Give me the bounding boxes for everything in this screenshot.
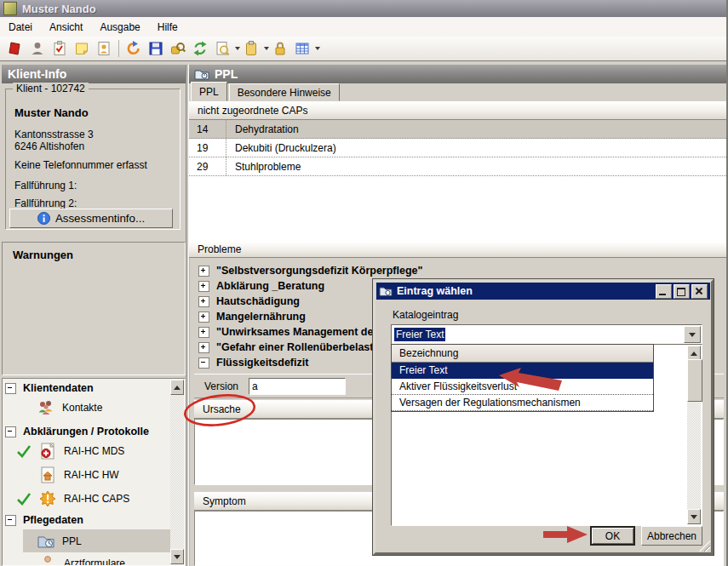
expand-icon[interactable] — [198, 281, 209, 292]
window-title: Muster Nando — [22, 3, 96, 15]
caps-row[interactable]: 29 Stuhlprobleme — [189, 157, 728, 176]
dropdown-item-aktiver-fluessigkeitsverlust[interactable]: Aktiver Flüssigkeitsverlust — [392, 379, 653, 395]
collapse-icon[interactable] — [198, 357, 209, 369]
katalogeintrag-label: Katalogeintrag — [393, 309, 458, 321]
version-input[interactable] — [249, 378, 346, 395]
expand-icon[interactable] — [198, 342, 209, 353]
caps-row[interactable]: 14 Dehydratation — [189, 120, 728, 139]
tab-strip: PPL Besondere Hinweise — [189, 83, 728, 101]
menu-datei[interactable]: Datei — [0, 18, 41, 37]
person-icon[interactable] — [26, 38, 49, 59]
ppl-pane-header: PPL — [189, 65, 728, 83]
problem-item[interactable]: "Gefahr einer Rollenüberbelastung — [198, 340, 393, 355]
dialog-title: Eintrag wählen — [397, 285, 473, 297]
scroll-up-icon[interactable] — [170, 380, 184, 395]
tree-item-rai-hc-caps[interactable]: RAI-HC CAPS — [16, 489, 129, 508]
version-label: Version — [204, 380, 249, 392]
contacts-icon — [37, 398, 55, 417]
problem-item[interactable]: "Unwirksames Management der eig — [198, 324, 396, 340]
problem-item[interactable]: Flüssigkeitsdefizit — [198, 355, 308, 370]
dialog-folder-icon — [379, 285, 393, 297]
minimize-icon[interactable] — [656, 284, 672, 299]
tree-section-abklaerungen[interactable]: Abklärungen / Protokolle — [5, 426, 149, 437]
klient-info-header: Klient-Info — [2, 65, 186, 83]
scroll-down-icon[interactable] — [687, 509, 701, 524]
problem-item[interactable]: Mangelernährung — [198, 309, 306, 324]
klient-group-title: Klient - 102742 — [13, 83, 89, 94]
expand-icon[interactable] — [198, 266, 209, 277]
toolbar-separator — [118, 40, 119, 57]
clipboard-icon[interactable] — [240, 38, 262, 59]
fallfuehrung-1-label: Fallführung 1: — [14, 180, 77, 192]
expand-icon[interactable] — [198, 296, 209, 307]
tree-item-rai-hc-mds[interactable]: RAI-HC MDS — [16, 442, 124, 460]
menu-ansicht[interactable]: Ansicht — [41, 18, 91, 37]
assessmentinfo-button[interactable]: Assessmentinfo... — [9, 209, 173, 228]
katalogeintrag-combobox[interactable]: Freier Text — [391, 324, 702, 345]
scrollbar-thumb[interactable] — [687, 359, 702, 402]
caps-list: 14 Dehydratation 19 Dekubiti (Druckulzer… — [189, 120, 728, 241]
problem-item[interactable]: Abklärung _Beratung — [198, 278, 324, 294]
collapse-icon[interactable] — [5, 515, 16, 526]
audit-search-icon[interactable] — [167, 38, 189, 59]
dropdown-column-header: Bezeichnung — [392, 345, 653, 363]
print-preview-icon[interactable] — [211, 38, 233, 59]
doctor-icon — [38, 554, 57, 566]
expand-icon[interactable] — [198, 312, 209, 323]
hw-document-icon — [38, 466, 57, 484]
caps-alert-icon — [38, 489, 57, 508]
tree-scrollbar[interactable] — [170, 380, 184, 564]
menu-hilfe[interactable]: Hilfe — [149, 18, 186, 37]
patient-icon[interactable] — [93, 38, 115, 59]
exit-icon[interactable] — [4, 38, 26, 59]
tree-section-klientendaten[interactable]: Klientendaten — [5, 382, 94, 394]
save-icon[interactable] — [145, 38, 167, 59]
caps-row[interactable]: 19 Dekubiti (Druckulzera) — [189, 139, 728, 157]
close-icon[interactable] — [691, 284, 708, 299]
tasks-icon[interactable] — [49, 38, 71, 59]
check-icon — [16, 491, 32, 506]
ppl-pane-title: PPL — [215, 67, 238, 81]
application-window: Muster Nando Datei Ansicht Ausgabe Hilfe — [0, 0, 728, 566]
cancel-button[interactable]: Abbrechen — [641, 526, 702, 546]
maximize-icon[interactable] — [674, 284, 690, 299]
info-icon — [37, 212, 50, 225]
scroll-down-icon[interactable] — [170, 549, 184, 564]
menu-ausgabe[interactable]: Ausgabe — [91, 18, 148, 37]
grid-dropdown-icon[interactable] — [315, 47, 320, 50]
collapse-icon[interactable] — [5, 426, 16, 437]
tree-item-ppl[interactable]: PPL — [23, 529, 183, 552]
dropdown-item-versagen-regulationsmechanismen[interactable]: Versagen der Regulationsmechanismen — [392, 395, 653, 411]
combobox-dropdown-icon[interactable] — [684, 326, 701, 343]
tab-besondere-hinweise[interactable]: Besondere Hinweise — [229, 83, 340, 101]
note-icon[interactable] — [71, 38, 93, 59]
dropdown-item-freier-text[interactable]: Freier Text — [392, 363, 653, 379]
problem-item[interactable]: Hautschädigung — [198, 294, 300, 309]
klient-groupbox: Klient - 102742 Muster Nando Kantonsstra… — [5, 89, 181, 230]
dialog-title-bar[interactable]: Eintrag wählen — [376, 283, 710, 300]
klient-street: Kantonsstrasse 3 — [14, 129, 94, 140]
navigation-tree: Klientendaten Kontakte Abklärungen / Pro… — [2, 378, 186, 566]
menu-bar: Datei Ansicht Ausgabe Hilfe — [0, 17, 728, 37]
ok-button[interactable]: OK — [590, 526, 635, 546]
expand-icon[interactable] — [198, 327, 209, 338]
mds-document-icon — [38, 442, 57, 460]
dialog-scrollbar[interactable] — [687, 346, 701, 524]
tree-item-kontakte[interactable]: Kontakte — [37, 398, 102, 417]
tree-item-arztformulare[interactable]: Arztformulare — [38, 554, 125, 566]
klient-name: Muster Nando — [14, 106, 89, 119]
grid-icon[interactable] — [291, 38, 313, 59]
collapse-icon[interactable] — [5, 383, 16, 394]
app-icon — [3, 2, 17, 15]
title-bar[interactable]: Muster Nando — [0, 0, 728, 17]
refresh-icon[interactable] — [123, 38, 145, 59]
lock-icon[interactable] — [269, 38, 291, 59]
problem-item[interactable]: "Selbstversorgungsdefizit Körperpflege" — [198, 263, 422, 278]
sync-icon[interactable] — [189, 38, 211, 59]
check-icon — [16, 443, 32, 459]
tree-item-rai-hc-hw[interactable]: RAI-HC HW — [38, 466, 119, 484]
tab-ppl[interactable]: PPL — [191, 82, 227, 101]
toolbar — [0, 37, 728, 61]
katalog-dropdown-list: Bezeichnung Freier Text Aktiver Flüssigk… — [391, 344, 654, 412]
tree-section-pflegedaten[interactable]: Pflegedaten — [5, 514, 83, 526]
